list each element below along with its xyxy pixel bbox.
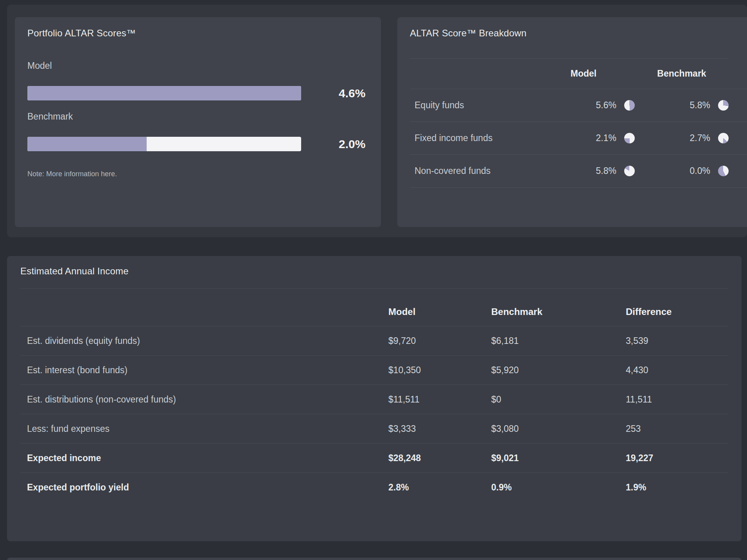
breakdown-model-cell: 5.8%: [532, 166, 635, 176]
income-header-benchmark: Benchmark: [491, 306, 626, 317]
breakdown-benchmark-value: 5.8%: [690, 100, 710, 111]
income-table: Model Benchmark Difference Est. dividend…: [20, 288, 728, 502]
breakdown-header-model: Model: [532, 68, 635, 79]
breakdown-benchmark-value: 2.7%: [690, 133, 710, 143]
pie-chart-icon: [624, 166, 635, 176]
model-score-bar: [27, 86, 301, 100]
pie-chart-icon: [718, 166, 729, 176]
income-row-label: Less: fund expenses: [20, 424, 388, 434]
benchmark-score-bar-fill: [27, 137, 147, 151]
next-card-top-edge: [7, 558, 742, 560]
breakdown-benchmark-cell: 2.7%: [635, 133, 729, 143]
income-header-model: Model: [388, 306, 491, 317]
income-model-value: $11,511: [388, 394, 491, 405]
income-model-value: $28,248: [388, 453, 491, 463]
table-row: Fixed income funds 2.1% 2.7%: [410, 122, 747, 154]
breakdown-row-label: Equity funds: [410, 100, 532, 111]
scores-note: Note: More information here.: [27, 170, 117, 178]
pie-chart-icon: [718, 100, 729, 111]
breakdown-model-cell: 5.6%: [532, 100, 635, 111]
table-row: Expected portfolio yield 2.8% 0.9% 1.9%: [20, 472, 728, 502]
income-row-label: Est. dividends (equity funds): [20, 336, 388, 346]
altar-breakdown-card: ALTAR Score™ Breakdown Model Benchmark E…: [397, 17, 747, 227]
income-benchmark-value: 0.9%: [491, 482, 626, 493]
income-row-label: Expected income: [20, 453, 388, 463]
income-row-label: Expected portfolio yield: [20, 482, 388, 493]
income-benchmark-value: $9,021: [491, 453, 626, 463]
breakdown-table: Model Benchmark Equity funds 5.6% 5.8% F…: [410, 58, 747, 188]
income-title: Estimated Annual Income: [20, 265, 129, 277]
income-header-difference: Difference: [626, 306, 728, 317]
portfolio-scores-title: Portfolio ALTAR Scores™: [27, 27, 136, 39]
breakdown-model-cell: 2.1%: [532, 133, 635, 143]
table-row: Est. distributions (non-covered funds) $…: [20, 385, 728, 414]
breakdown-benchmark-cell: 5.8%: [635, 100, 729, 111]
income-model-value: $3,333: [388, 424, 491, 434]
benchmark-bar-label: Benchmark: [27, 111, 73, 122]
income-difference-value: 1.9%: [626, 482, 728, 493]
income-benchmark-value: $3,080: [491, 424, 626, 434]
table-row: Est. dividends (equity funds) $9,720 $6,…: [20, 326, 728, 355]
income-difference-value: 19,227: [626, 453, 728, 463]
breakdown-header-row: Model Benchmark: [410, 58, 729, 89]
income-difference-value: 4,430: [626, 365, 728, 376]
model-bar-label: Model: [27, 60, 52, 71]
income-difference-value: 253: [626, 424, 728, 434]
income-benchmark-value: $5,920: [491, 365, 626, 376]
income-benchmark-value: $0: [491, 394, 626, 405]
benchmark-score-bar: [27, 137, 301, 151]
table-row: Less: fund expenses $3,333 $3,080 253: [20, 414, 728, 443]
pie-chart-icon: [718, 133, 729, 143]
breakdown-benchmark-cell: 0.0%: [635, 166, 729, 176]
portfolio-altar-scores-card: Portfolio ALTAR Scores™ Model 4.6% Bench…: [15, 17, 381, 227]
pie-chart-icon: [624, 133, 635, 143]
table-row: Non-covered funds 5.8% 0.0%: [410, 154, 747, 188]
breakdown-model-value: 5.6%: [596, 100, 616, 111]
breakdown-row-label: Non-covered funds: [410, 166, 532, 176]
income-difference-value: 11,511: [626, 394, 728, 405]
top-section: Portfolio ALTAR Scores™ Model 4.6% Bench…: [7, 5, 747, 237]
breakdown-model-value: 2.1%: [596, 133, 616, 143]
income-model-value: $10,350: [388, 365, 491, 376]
income-row-label: Est. interest (bond funds): [20, 365, 388, 376]
breakdown-title: ALTAR Score™ Breakdown: [410, 27, 526, 39]
breakdown-model-value: 5.8%: [596, 166, 616, 176]
income-header-row: Model Benchmark Difference: [20, 289, 728, 326]
benchmark-score-value: 2.0%: [339, 137, 393, 151]
pie-chart-icon: [624, 100, 635, 111]
income-benchmark-value: $6,181: [491, 336, 626, 346]
breakdown-header-benchmark: Benchmark: [635, 68, 729, 79]
income-row-label: Est. distributions (non-covered funds): [20, 394, 388, 405]
income-difference-value: 3,539: [626, 336, 728, 346]
table-row: Expected income $28,248 $9,021 19,227: [20, 443, 728, 472]
table-row: Est. interest (bond funds) $10,350 $5,92…: [20, 355, 728, 385]
estimated-annual-income-card: Estimated Annual Income Model Benchmark …: [7, 256, 742, 541]
breakdown-benchmark-value: 0.0%: [690, 166, 710, 176]
model-score-bar-fill: [27, 86, 301, 100]
table-row: Equity funds 5.6% 5.8%: [410, 89, 747, 122]
income-model-value: $9,720: [388, 336, 491, 346]
income-model-value: 2.8%: [388, 482, 491, 493]
model-score-value: 4.6%: [339, 86, 393, 100]
breakdown-row-label: Fixed income funds: [410, 133, 532, 143]
